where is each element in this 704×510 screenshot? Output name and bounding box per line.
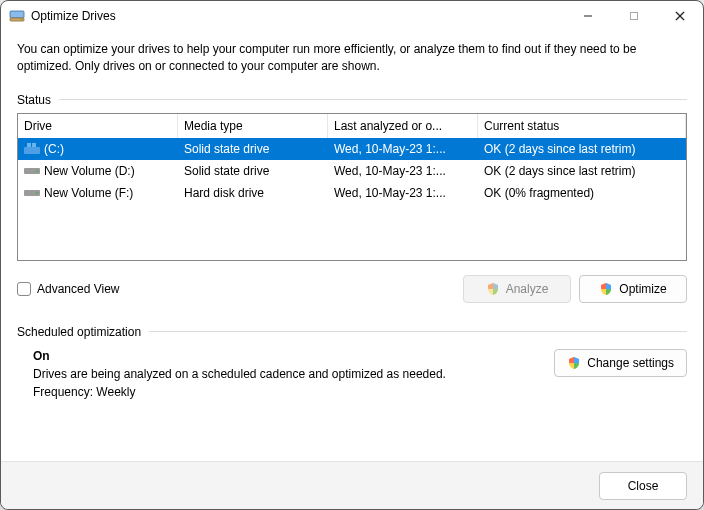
col-drive[interactable]: Drive bbox=[18, 114, 178, 138]
svg-rect-7 bbox=[24, 147, 40, 154]
divider bbox=[59, 99, 687, 100]
svg-point-2 bbox=[21, 19, 23, 21]
status-label: Status bbox=[17, 93, 51, 107]
scheduled-section: Scheduled optimization On Drives are bei… bbox=[17, 325, 687, 399]
change-settings-button[interactable]: Change settings bbox=[554, 349, 687, 377]
last-analyzed: Wed, 10-May-23 1:... bbox=[328, 138, 478, 160]
svg-point-11 bbox=[36, 170, 38, 172]
svg-rect-9 bbox=[32, 143, 36, 147]
shield-icon bbox=[599, 282, 613, 296]
optimize-label: Optimize bbox=[619, 282, 666, 296]
content-area: You can optimize your drives to help you… bbox=[1, 31, 703, 461]
svg-rect-8 bbox=[27, 143, 31, 147]
media-type: Hard disk drive bbox=[178, 182, 328, 204]
media-type: Solid state drive bbox=[178, 160, 328, 182]
optimize-drives-window: Optimize Drives You can optimize your dr… bbox=[0, 0, 704, 510]
col-media[interactable]: Media type bbox=[178, 114, 328, 138]
hdd-icon bbox=[24, 187, 40, 199]
drive-name: (C:) bbox=[44, 142, 64, 156]
advanced-view-label: Advanced View bbox=[37, 282, 120, 296]
svg-rect-0 bbox=[10, 11, 24, 18]
table-row[interactable]: New Volume (D:) Solid state drive Wed, 1… bbox=[18, 160, 686, 182]
table-row[interactable]: (C:) Solid state drive Wed, 10-May-23 1:… bbox=[18, 138, 686, 160]
titlebar: Optimize Drives bbox=[1, 1, 703, 31]
shield-icon bbox=[567, 356, 581, 370]
hdd-icon bbox=[24, 165, 40, 177]
drive-name: New Volume (F:) bbox=[44, 186, 133, 200]
below-list-controls: Advanced View Analyze bbox=[17, 275, 687, 303]
scheduled-header: Scheduled optimization bbox=[17, 325, 687, 339]
drive-list[interactable]: Drive Media type Last analyzed or o... C… bbox=[17, 113, 687, 261]
media-type: Solid state drive bbox=[178, 138, 328, 160]
last-analyzed: Wed, 10-May-23 1:... bbox=[328, 182, 478, 204]
scheduled-label: Scheduled optimization bbox=[17, 325, 141, 339]
close-button[interactable]: Close bbox=[599, 472, 687, 500]
minimize-button[interactable] bbox=[565, 1, 611, 31]
change-settings-label: Change settings bbox=[587, 356, 674, 370]
drive-name: New Volume (D:) bbox=[44, 164, 135, 178]
advanced-view-checkbox[interactable]: Advanced View bbox=[17, 282, 120, 296]
close-window-button[interactable] bbox=[657, 1, 703, 31]
app-icon bbox=[9, 8, 25, 24]
window-title: Optimize Drives bbox=[31, 9, 116, 23]
col-status[interactable]: Current status bbox=[478, 114, 686, 138]
maximize-button[interactable] bbox=[611, 1, 657, 31]
schedule-description: Drives are being analyzed on a scheduled… bbox=[33, 367, 542, 381]
close-label: Close bbox=[628, 479, 659, 493]
svg-point-13 bbox=[36, 192, 38, 194]
os-drive-icon bbox=[24, 143, 40, 155]
col-last[interactable]: Last analyzed or o... bbox=[328, 114, 478, 138]
shield-icon bbox=[486, 282, 500, 296]
schedule-frequency: Frequency: Weekly bbox=[33, 385, 542, 399]
column-headers[interactable]: Drive Media type Last analyzed or o... C… bbox=[18, 114, 686, 138]
current-status: OK (0% fragmented) bbox=[478, 182, 686, 204]
divider bbox=[149, 331, 687, 332]
analyze-button: Analyze bbox=[463, 275, 571, 303]
optimize-button[interactable]: Optimize bbox=[579, 275, 687, 303]
description-text: You can optimize your drives to help you… bbox=[17, 41, 687, 75]
checkbox-icon bbox=[17, 282, 31, 296]
schedule-state: On bbox=[33, 349, 542, 363]
svg-rect-4 bbox=[631, 13, 638, 20]
current-status: OK (2 days since last retrim) bbox=[478, 138, 686, 160]
analyze-label: Analyze bbox=[506, 282, 549, 296]
footer: Close bbox=[1, 461, 703, 509]
status-section-header: Status bbox=[17, 93, 687, 107]
last-analyzed: Wed, 10-May-23 1:... bbox=[328, 160, 478, 182]
current-status: OK (2 days since last retrim) bbox=[478, 160, 686, 182]
table-row[interactable]: New Volume (F:) Hard disk drive Wed, 10-… bbox=[18, 182, 686, 204]
